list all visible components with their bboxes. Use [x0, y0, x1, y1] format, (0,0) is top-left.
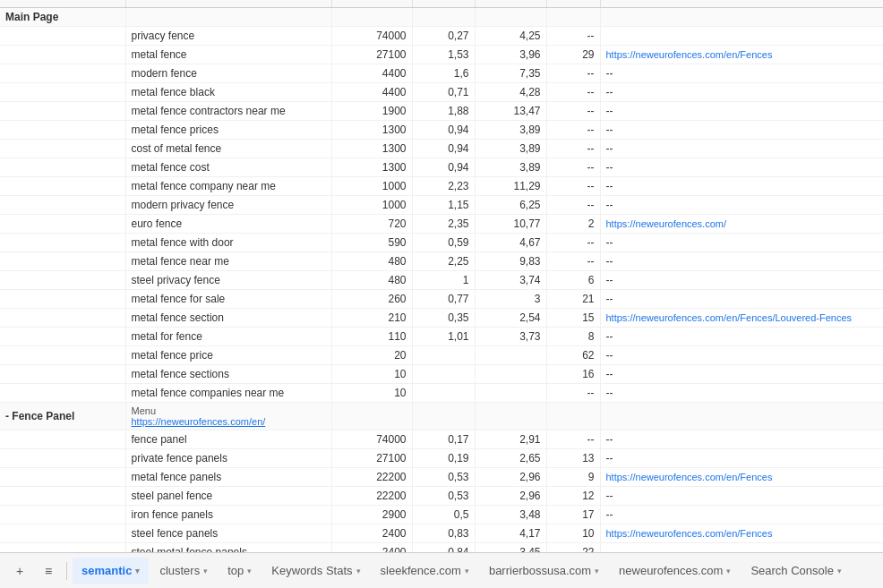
table-row: metal fence price2062--: [0, 346, 883, 365]
freq-cell: 20: [331, 346, 412, 365]
col-header-top: [546, 0, 600, 8]
table-row: metal fence section2100,352,5415https://…: [0, 309, 883, 328]
page-cell: [0, 346, 125, 365]
section-label: Main Page: [0, 8, 125, 27]
top-cell: 6: [546, 271, 600, 290]
url-cell[interactable]: https://neweurofences.com/en/Fences/Louv…: [600, 309, 883, 328]
table-row: metal fence prices13000,943,89----: [0, 121, 883, 140]
highbid-cell: 3,45: [475, 543, 546, 553]
section-sublabel[interactable]: Menuhttps://neweurofences.com/en/: [125, 403, 331, 430]
section-cell: [331, 8, 412, 27]
lowbid-cell: 1,01: [412, 328, 475, 346]
keyword-cell: steel metal fence panels: [125, 543, 331, 553]
highbid-cell: [475, 346, 546, 365]
freq-cell: 74000: [331, 27, 412, 46]
lowbid-cell: 0,83: [412, 524, 475, 543]
keyword-cell: metal fence panels: [125, 468, 331, 487]
highbid-cell: 13,47: [475, 102, 546, 121]
col-header-url: [600, 0, 883, 8]
freq-cell: 22200: [331, 487, 412, 506]
keyword-cell: metal fence for sale: [125, 290, 331, 309]
url-cell[interactable]: https://neweurofences.com/: [600, 215, 883, 234]
lowbid-cell: 0,77: [412, 290, 475, 309]
keyword-cell: metal fence black: [125, 83, 331, 102]
section-cell: [600, 403, 883, 430]
highbid-cell: 3,89: [475, 140, 546, 158]
page-cell: [0, 27, 125, 46]
lowbid-cell: 0,19: [412, 449, 475, 468]
lowbid-cell: 0,94: [412, 140, 475, 158]
top-cell: 13: [546, 449, 600, 468]
page-cell: [0, 196, 125, 215]
lowbid-cell: 2,23: [412, 177, 475, 196]
url-cell: --: [600, 196, 883, 215]
url-cell: --: [600, 346, 883, 365]
keyword-cell: metal fence with door: [125, 234, 331, 252]
page-cell: [0, 290, 125, 309]
section-cell: [412, 8, 475, 27]
highbid-cell: 4,28: [475, 83, 546, 102]
keyword-cell: metal fence contractors near me: [125, 102, 331, 121]
top-cell: 29: [546, 46, 600, 64]
lowbid-cell: [412, 365, 475, 384]
freq-cell: 1900: [331, 102, 412, 121]
table-row: private fence panels271000,192,6513--: [0, 449, 883, 468]
page-cell: [0, 506, 125, 524]
keyword-cell: modern fence: [125, 64, 331, 83]
freq-cell: 10: [331, 365, 412, 384]
freq-cell: 1000: [331, 177, 412, 196]
section-label: - Fence Panel: [0, 403, 125, 430]
lowbid-cell: 0,84: [412, 543, 475, 553]
page-cell: [0, 449, 125, 468]
table-row: cost of metal fence13000,943,89----: [0, 140, 883, 158]
lowbid-cell: [412, 384, 475, 403]
main-table-container[interactable]: Main Pageprivacy fence740000,274,25--met…: [0, 0, 883, 552]
table-row: metal fence company near me10002,2311,29…: [0, 177, 883, 196]
page-cell: [0, 215, 125, 234]
lowbid-cell: 0,27: [412, 27, 475, 46]
page-cell: [0, 468, 125, 487]
page-cell: [0, 252, 125, 271]
top-cell: --: [546, 64, 600, 83]
page-cell: [0, 177, 125, 196]
keyword-cell: metal for fence: [125, 328, 331, 346]
table-row: metal for fence1101,013,738--: [0, 328, 883, 346]
lowbid-cell: 0,94: [412, 158, 475, 177]
lowbid-cell: 1,88: [412, 102, 475, 121]
page-cell: [0, 83, 125, 102]
highbid-cell: 4,67: [475, 234, 546, 252]
freq-cell: 2900: [331, 506, 412, 524]
url-cell[interactable]: https://neweurofences.com/en/Fences: [600, 468, 883, 487]
top-cell: 21: [546, 290, 600, 309]
col-header-lowbid: [412, 0, 475, 8]
top-cell: 15: [546, 309, 600, 328]
lowbid-cell: 2,25: [412, 252, 475, 271]
section-cell: [412, 403, 475, 430]
table-row: metal fence contractors near me19001,881…: [0, 102, 883, 121]
section-sublabel: [125, 8, 331, 27]
col-header-freq: [331, 0, 412, 8]
freq-cell: 2400: [331, 543, 412, 553]
page-cell: [0, 158, 125, 177]
keyword-cell: privacy fence: [125, 27, 331, 46]
top-cell: 22: [546, 543, 600, 553]
highbid-cell: 10,77: [475, 215, 546, 234]
top-cell: 12: [546, 487, 600, 506]
page-cell: [0, 487, 125, 506]
lowbid-cell: 0,53: [412, 487, 475, 506]
url-cell: --: [600, 449, 883, 468]
table-row: steel panel fence222000,532,9612--: [0, 487, 883, 506]
url-cell[interactable]: https://neweurofences.com/en/Fences: [600, 524, 883, 543]
highbid-cell: 3,48: [475, 506, 546, 524]
lowbid-cell: 2,35: [412, 215, 475, 234]
url-cell: --: [600, 328, 883, 346]
url-cell: --: [600, 487, 883, 506]
url-cell: --: [600, 140, 883, 158]
table-row: metal fence near me4802,259,83----: [0, 252, 883, 271]
top-cell: --: [546, 27, 600, 46]
top-cell: --: [546, 234, 600, 252]
url-cell[interactable]: https://neweurofences.com/en/Fences: [600, 46, 883, 64]
keyword-cell: metal fence price: [125, 346, 331, 365]
page-cell: [0, 140, 125, 158]
col-header-keywords: [125, 0, 331, 8]
